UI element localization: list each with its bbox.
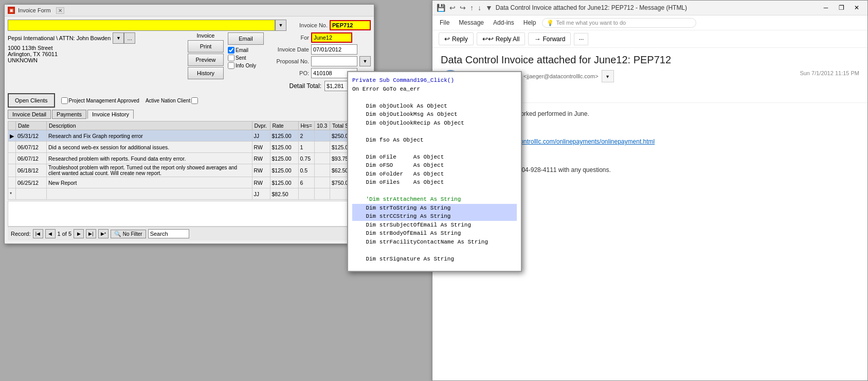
code-line: Dim strInspectorName As String [352,272,517,272]
table-row[interactable]: 06/18/12 Troubleshoot problem with repor… [8,164,371,177]
email-section: Email Email Sent Info Only [228,32,264,69]
code-line: Private Sub Command196_Click() [352,76,517,85]
message-subject: Data Control Invoice attached for June12… [441,54,859,66]
search-input[interactable] [148,229,189,238]
infoonly-checkbox[interactable] [228,62,234,69]
proposal-dropdown-btn[interactable]: ▼ [359,56,371,66]
infoonly-checkbox-label[interactable]: Info Only [228,62,264,69]
code-line: Dim oFile As Object [352,153,517,162]
sent-checkbox-label[interactable]: Sent [228,55,264,61]
row-arrow: * [8,188,16,200]
for-row: For [268,32,371,43]
email-checkbox[interactable] [228,47,234,54]
nav-last-btn[interactable]: ▶| [86,229,96,238]
sent-checkbox[interactable] [228,55,234,61]
active-nation-checkbox[interactable] [191,97,198,104]
reply-all-icon: ↩↩ [482,35,494,43]
code-line [352,144,517,153]
lightbulb-icon: 💡 [547,20,554,26]
active-nation-label[interactable]: Active Nation Client [146,97,198,104]
invoice-close-button[interactable]: ✕ [56,7,64,14]
tab-payments[interactable]: Payments [52,110,86,119]
table-row[interactable]: 06/07/12 Researched problem with reports… [8,153,371,164]
row-arrow: ▶ [8,130,16,142]
arrow-down-icon[interactable]: ↓ [478,4,481,12]
forward-label: Forward [542,36,565,43]
history-button[interactable]: History [188,67,224,79]
client-row: ▼ Invoice No. [8,20,371,31]
proposal-no-field[interactable] [311,56,357,66]
row-date: 06/25/12 [16,177,47,188]
forward-button[interactable]: → Forward [528,32,571,45]
save-icon[interactable]: 💾 [437,4,445,12]
address-ellipsis-btn[interactable]: … [124,32,135,44]
invoice-date-field[interactable] [311,44,357,55]
email-button[interactable]: Email [228,32,264,45]
row-dvpr: RW [252,164,270,177]
more-title-icon[interactable]: ▼ [485,4,493,12]
close-button[interactable]: ✕ [850,3,863,13]
row-arrow [8,153,16,164]
code-line: Dim strCCString As String [352,212,517,221]
menu-message[interactable]: Message [456,18,487,28]
reply-button[interactable]: ↩ Reply [439,32,474,45]
address-line2: Arlington, TX 76011 [8,51,184,57]
tell-me-input[interactable]: 💡 Tell me what you want to do [542,18,696,28]
preview-button[interactable]: Preview [188,54,224,66]
menu-file[interactable]: File [437,18,453,28]
table-row[interactable]: 06/25/12 New Report RW $125.00 6 $750.00 [8,177,371,188]
nav-new-btn[interactable]: ▶* [98,229,109,238]
empty-area [8,201,371,227]
table-row[interactable]: 06/07/12 Did a second web-ex session for… [8,142,371,153]
nav-next-btn[interactable]: ▶ [74,229,84,238]
row-arrow [8,164,16,177]
undo-icon[interactable]: ↩ [449,4,456,12]
detail-total-row: Detail Total: [8,81,371,91]
code-line: Dim oFiles As Object [352,178,517,187]
row-hrs: 0.5 [298,164,314,177]
minimize-button[interactable]: ─ [819,3,833,13]
col-103: 10.3 [315,122,330,130]
table-row-new[interactable]: * JJ $82.50 [8,188,371,200]
row-rate: $125.00 [270,130,298,142]
code-line: 'Dim strAttachment As String [352,195,517,204]
row-date: 06/07/12 [16,153,47,164]
restore-button[interactable]: ❐ [835,3,848,13]
row-date: 06/18/12 [16,164,47,177]
arrow-up-icon[interactable]: ↑ [470,4,474,12]
pm-approved-checkbox[interactable] [61,97,68,104]
outlook-title-text: Data Control Invoice attached for June12… [496,4,816,11]
print-button[interactable]: Print [188,40,224,53]
menu-help[interactable]: Help [520,18,539,28]
menu-addins[interactable]: Add-ins [490,18,517,28]
sender-email: <jjaeger@datacontrolllc.com> [523,73,599,79]
table-row[interactable]: ▶ 05/31/12 Research and Fix Graph report… [8,130,371,142]
code-line: Dim objOutlook As Object [352,102,517,111]
nav-position: 1 of 5 [58,231,72,237]
no-filter-btn[interactable]: 🔍 No Filter [111,230,146,238]
client-dropdown-field[interactable] [8,20,275,31]
address-dropdown-btn[interactable]: ▼ [113,32,124,44]
open-clients-button[interactable]: Open Clients [8,93,55,108]
more-actions-button[interactable]: ··· [574,33,588,45]
code-line: Dim objOutlookRecip As Object [352,119,517,128]
for-field[interactable] [311,32,352,43]
nav-first-btn[interactable]: |◀ [33,229,43,238]
row-desc: Researched problem with reports. Found d… [47,153,252,164]
tab-invoice-detail[interactable]: Invoice Detail [8,110,51,119]
tab-invoice-history[interactable]: Invoice History [87,110,134,119]
action-bar: ↩ Reply ↩↩ Reply All → Forward ··· [432,30,867,48]
pm-approved-text: Project Management Approved [69,98,139,103]
col-description: Description [47,122,252,130]
email-checkbox-label[interactable]: Email [228,47,264,54]
row-hrs [298,188,314,200]
invoice-no-field[interactable] [330,20,371,30]
nav-prev-btn[interactable]: ◀ [45,229,56,238]
pm-approved-label[interactable]: Project Management Approved [61,97,139,104]
reply-all-button[interactable]: ↩↩ Reply All [477,32,526,45]
redo-icon[interactable]: ↪ [460,4,466,12]
outlook-titlebar: 💾 ↩ ↪ ↑ ↓ ▼ Data Control Invoice attache… [432,1,867,15]
client-dropdown-btn[interactable]: ▼ [275,20,286,31]
expand-sender-btn[interactable]: ▾ [602,70,614,82]
invoice-date-label: Invoice Date [268,46,309,53]
